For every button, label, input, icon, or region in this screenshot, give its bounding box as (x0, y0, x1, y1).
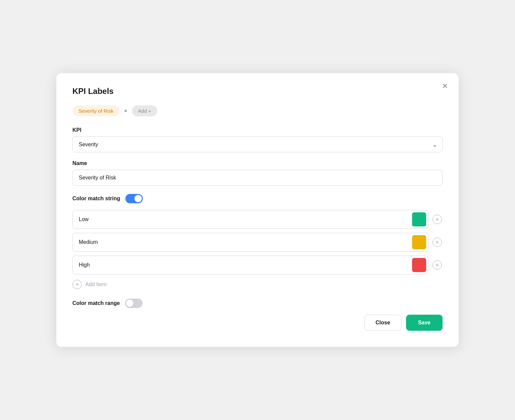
add-item-icon: + (72, 280, 82, 289)
active-tab[interactable]: Severity of Risk (72, 105, 119, 116)
modal-close-icon[interactable]: ✕ (441, 81, 449, 91)
add-item-row[interactable]: + Add Item (72, 280, 443, 289)
color-match-range-label: Color match range (72, 300, 120, 306)
tabs-row: Severity of Risk × Add + (72, 105, 443, 116)
low-color-swatch[interactable] (412, 212, 426, 226)
name-label: Name (72, 160, 443, 166)
kpi-label: KPI (72, 127, 443, 133)
medium-color-swatch[interactable] (412, 235, 426, 249)
add-item-label: Add Item (85, 281, 107, 287)
footer-buttons: Close Save (72, 315, 443, 331)
medium-item-input[interactable] (73, 234, 410, 250)
low-remove-button[interactable]: ✕ (432, 214, 443, 225)
low-remove-icon: ✕ (433, 215, 442, 224)
items-list: ✕ ✕ ✕ (72, 210, 443, 274)
medium-remove-icon: ✕ (433, 238, 442, 247)
active-tab-close[interactable]: × (123, 107, 128, 115)
color-match-range-toggle[interactable] (125, 299, 142, 308)
kpi-select[interactable]: Severity Impact Likelihood (72, 137, 443, 152)
low-item-input[interactable] (73, 212, 410, 227)
low-item-wrapper (72, 210, 428, 229)
table-row: ✕ (72, 256, 443, 274)
high-remove-button[interactable]: ✕ (432, 260, 443, 270)
kpi-labels-modal: ✕ KPI Labels Severity of Risk × Add + KP… (56, 73, 459, 347)
close-button[interactable]: Close (364, 315, 401, 331)
color-match-string-toggle[interactable] (125, 194, 143, 203)
color-match-range-row: Color match range (72, 299, 443, 308)
color-match-string-row: Color match string (72, 194, 443, 203)
add-tab-button[interactable]: Add + (132, 105, 158, 116)
kpi-select-wrapper: Severity Impact Likelihood ⌄ (72, 137, 443, 152)
name-section: Name (72, 160, 443, 186)
name-input[interactable] (72, 170, 443, 186)
high-color-swatch[interactable] (412, 258, 426, 272)
table-row: ✕ (72, 210, 443, 229)
color-match-string-label: Color match string (72, 196, 120, 202)
medium-remove-button[interactable]: ✕ (432, 237, 443, 248)
high-item-wrapper (72, 256, 428, 274)
save-button[interactable]: Save (406, 315, 443, 331)
medium-item-wrapper (72, 233, 428, 252)
table-row: ✕ (72, 233, 443, 252)
modal-title: KPI Labels (72, 87, 443, 96)
high-remove-icon: ✕ (433, 260, 442, 270)
high-item-input[interactable] (73, 257, 410, 273)
kpi-section: KPI Severity Impact Likelihood ⌄ (72, 127, 443, 152)
